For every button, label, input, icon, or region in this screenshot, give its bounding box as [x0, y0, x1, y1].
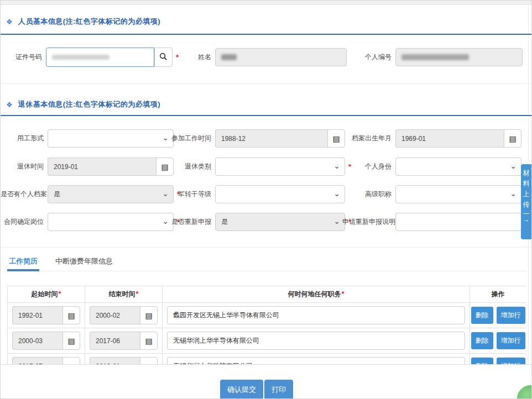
col-end-time: 结束时间* — [85, 286, 163, 303]
row-position-input[interactable] — [167, 306, 465, 324]
row-position-input[interactable] — [167, 332, 465, 350]
work-history-table: 起始时间* 结束时间* 何时何地任何职务* 操作 ▤ ▤ 删除增加行 ▤ ▤ — [7, 286, 526, 364]
contract-post-label: 合同确定岗位 — [1, 217, 48, 227]
table-row: ▤ ▤ 删除增加行 — [8, 328, 526, 354]
military-grade-label: 军转干等级 — [166, 190, 215, 199]
retire-category-label: 退休类别 — [166, 162, 215, 171]
section-separator — [1, 247, 532, 248]
section-diamond-icon: ❖ — [6, 101, 13, 109]
retirement-declaration-page: ❖ 人员基本信息(注:红色字体标记的为必填项) 证件号码 * 姓名 个人编号 — [0, 0, 532, 399]
calendar-button[interactable]: ▤ — [140, 332, 158, 350]
name-field: 姓名 — [169, 48, 347, 66]
senior-title-label: 高级职称 — [342, 190, 395, 199]
required-mark: * — [135, 290, 138, 298]
search-icon — [159, 53, 168, 62]
section-separator — [1, 83, 532, 84]
redeclare-note-label: 申请重新申报说明 — [342, 217, 395, 227]
retire-section-title: 退休基本信息(注:红色字体标记的为必填项) — [18, 99, 161, 109]
material-upload-tab[interactable]: 材料上传 → — [521, 164, 531, 239]
employment-type-label: 用工形式 — [1, 134, 48, 143]
redeclare-field: 是否重新申报 是 ⌄ * — [166, 213, 351, 231]
personal-identity-select[interactable]: ⌄ — [395, 158, 521, 176]
add-row-button[interactable]: 增加行 — [497, 358, 525, 364]
delete-row-button[interactable]: 删除 — [471, 307, 493, 324]
tab-work-history[interactable]: 工作简历 — [7, 255, 39, 271]
confirm-submit-button[interactable]: 确认提交 — [220, 380, 263, 399]
section-divider — [1, 115, 532, 116]
col-start-time: 起始时间* — [8, 286, 85, 303]
delete-row-button[interactable]: 删除 — [471, 358, 493, 364]
id-number-label: 证件号码 — [1, 53, 46, 62]
senior-title-select[interactable]: ⌄ — [395, 185, 521, 203]
birth-date-field: 档案出生年月 ▤ — [342, 129, 521, 148]
retire-time-input — [48, 158, 156, 176]
chevron-down-icon: ⌄ — [333, 185, 340, 202]
row-start-input — [12, 306, 62, 324]
redeclare-note-input[interactable] — [395, 213, 521, 231]
section-divider — [1, 34, 532, 35]
tab-interrupted-payment[interactable]: 中断缴费年限信息 — [54, 255, 114, 271]
calendar-button[interactable]: ▤ — [62, 357, 80, 364]
calendar-button[interactable]: ▤ — [504, 129, 521, 148]
personal-identity-label: 个人身份 — [342, 162, 395, 171]
print-button[interactable]: 打印 — [264, 380, 293, 399]
add-row-button[interactable]: 增加行 — [497, 307, 525, 324]
content-bottom-border — [1, 364, 532, 365]
chevron-down-icon: ⌄ — [510, 158, 517, 175]
retire-category-field: 退休类别 ⌄ * — [166, 158, 351, 176]
chevron-down-icon: ⌄ — [510, 185, 517, 202]
personal-no-input — [395, 48, 523, 66]
floating-widget-icon[interactable] — [516, 384, 532, 399]
calendar-button[interactable]: ▤ — [62, 306, 80, 324]
employment-type-field: 用工形式 ⌄ — [1, 129, 174, 148]
col-actions: 操作 — [470, 286, 526, 303]
work-start-input — [215, 129, 327, 148]
col-position: 何时何地任何职务* — [163, 286, 470, 303]
redeclare-note-field: 申请重新申报说明 — [342, 213, 521, 231]
person-section-header: ❖ 人员基本信息(注:红色字体标记的为必填项) — [6, 16, 160, 27]
redeclare-label: 是否重新申报 — [166, 217, 215, 227]
id-number-field: 证件号码 * — [1, 48, 179, 67]
required-mark: * — [341, 290, 344, 298]
redacted-value — [52, 55, 109, 60]
calendar-button[interactable]: ▤ — [62, 332, 80, 350]
chevron-down-icon: ⌄ — [333, 158, 340, 175]
birth-date-input — [395, 129, 504, 148]
has-archive-label: 是否有个人档案 — [1, 190, 48, 199]
personal-no-label: 个人编号 — [349, 53, 395, 62]
calendar-icon: ▤ — [67, 312, 75, 319]
row-start-input — [12, 357, 62, 364]
redeclare-select: 是 ⌄ — [215, 213, 345, 231]
delete-row-button[interactable]: 删除 — [471, 332, 493, 349]
top-strip — [1, 1, 531, 5]
row-start-input — [12, 332, 62, 350]
calendar-button[interactable]: ▤ — [140, 357, 158, 364]
retire-category-select[interactable]: ⌄ — [215, 158, 345, 176]
retire-time-field: 退休时间 ▤ — [1, 158, 174, 176]
contract-post-field: 合同确定岗位 ⌄ * — [1, 213, 180, 231]
calendar-button[interactable]: ▤ — [140, 306, 158, 324]
add-row-button[interactable]: 增加行 — [497, 332, 525, 349]
required-mark: * — [58, 290, 61, 298]
row-end-input — [90, 357, 140, 364]
employment-type-select[interactable]: ⌄ — [48, 129, 174, 148]
name-label: 姓名 — [169, 53, 215, 62]
contract-post-select[interactable]: ⌄ — [48, 213, 174, 231]
work-history-table-wrap: 起始时间* 结束时间* 何时何地任何职务* 操作 ▤ ▤ 删除增加行 ▤ ▤ — [7, 286, 526, 364]
personal-no-field: 个人编号 — [349, 48, 523, 66]
person-section-title: 人员基本信息(注:红色字体标记的为必填项) — [18, 17, 161, 27]
table-row: ▤ ▤ 删除增加行 — [8, 354, 526, 365]
row-end-input — [90, 306, 140, 324]
redacted-value — [221, 54, 237, 60]
id-number-input[interactable] — [46, 48, 154, 67]
redacted-value — [401, 54, 469, 60]
calendar-icon: ▤ — [67, 337, 75, 345]
row-position-input[interactable] — [167, 357, 465, 364]
military-grade-select[interactable]: ⌄ — [215, 185, 345, 203]
retire-section-header: ❖ 退休基本信息(注:红色字体标记的为必填项) — [6, 99, 160, 110]
row-end-input — [90, 332, 140, 350]
history-tabs: 工作简历 中断缴费年限信息 — [7, 255, 526, 271]
section-diamond-icon: ❖ — [6, 18, 13, 26]
calendar-icon: ▤ — [509, 135, 516, 143]
personal-identity-field: 个人身份 ⌄ — [342, 158, 521, 176]
